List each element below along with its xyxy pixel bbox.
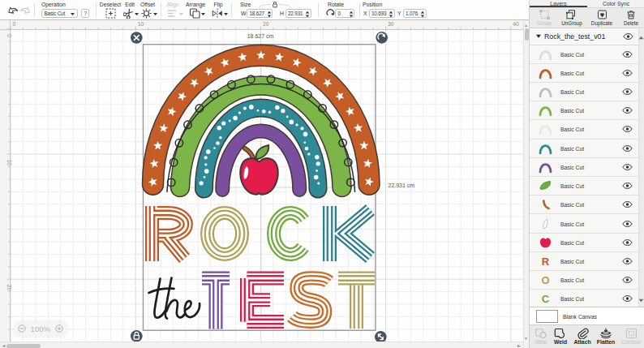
- svg-text:O: O: [541, 274, 549, 286]
- svg-text:0: 0: [13, 21, 16, 27]
- svg-text:0: 0: [6, 34, 12, 37]
- svg-text:22.931 cm: 22.931 cm: [389, 183, 415, 188]
- svg-text:10: 10: [6, 160, 12, 166]
- svg-text:30: 30: [388, 21, 394, 27]
- svg-text:C: C: [542, 294, 550, 305]
- svg-text:20: 20: [263, 21, 269, 27]
- svg-text:10: 10: [138, 21, 144, 27]
- svg-text:20: 20: [6, 285, 12, 291]
- svg-text:18.627 cm: 18.627 cm: [247, 33, 274, 39]
- svg-text:40: 40: [513, 21, 519, 27]
- svg-text:R: R: [542, 256, 550, 267]
